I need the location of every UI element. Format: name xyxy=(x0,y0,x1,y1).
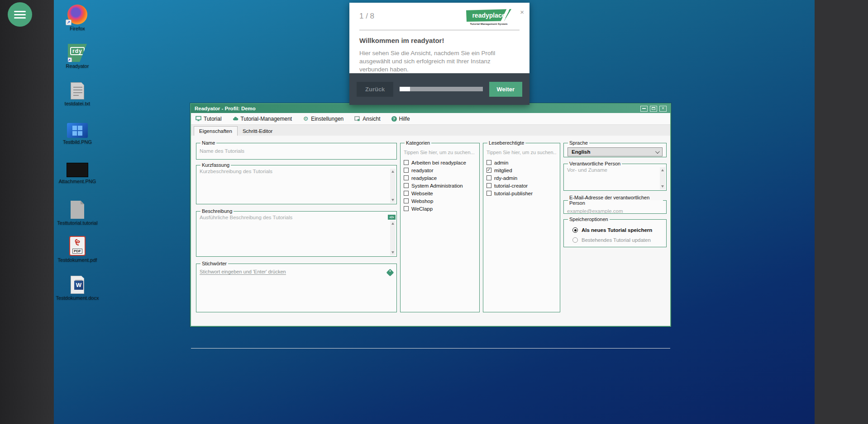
checkbox-tutorial-creator[interactable]: tutorial-creator xyxy=(486,182,557,189)
sprache-fieldset: Sprache English xyxy=(563,140,667,157)
name-input[interactable] xyxy=(200,148,393,154)
maximize-button[interactable] xyxy=(650,106,657,112)
back-button[interactable]: Zurück xyxy=(357,82,393,97)
minimize-icon xyxy=(642,108,646,109)
checkbox-readyator[interactable]: readyator xyxy=(404,167,476,174)
checkbox-admin[interactable]: admin xyxy=(486,159,557,166)
desktop-icon-testbild[interactable]: Testbild.PNG xyxy=(50,123,105,145)
checkbox[interactable] xyxy=(486,168,491,173)
popup-title: Willkommen im readyator! xyxy=(359,37,520,44)
email-fieldset: E-Mail-Adresse der verantwortlichen Pers… xyxy=(563,195,667,214)
menu-bar: Tutorial Tutorial-Management ⚙ Einstellu… xyxy=(191,113,670,125)
checkbox[interactable] xyxy=(404,175,409,180)
popup-header: 1 / 8 readyplace Tutorial Management Sys… xyxy=(359,9,520,30)
monitor-icon xyxy=(196,116,201,122)
radio-button[interactable] xyxy=(572,237,578,243)
scrollbar[interactable] xyxy=(390,169,396,203)
icon-label: Testdokument.docx xyxy=(50,295,105,301)
desktop-icon-attachment[interactable]: Attachment.PNG xyxy=(50,163,105,184)
next-button[interactable]: Weiter xyxy=(489,82,523,97)
checkbox[interactable] xyxy=(404,168,409,173)
readyator-icon: rdy ↗ xyxy=(68,44,87,62)
checkbox-rdy-admin[interactable]: rdy-admin xyxy=(486,174,557,181)
view-icon xyxy=(354,116,360,122)
checkbox-mitglied[interactable]: mitglied xyxy=(486,167,557,174)
stichwort-input[interactable]: Stichwort eingeben und 'Enter' drücken xyxy=(200,269,286,275)
screen: ↗ Firefox rdy ↗ Readyator testdatei.txt … xyxy=(0,0,868,424)
progress-fill xyxy=(400,87,410,91)
checkbox[interactable] xyxy=(486,175,491,180)
icon-label: Testtutorial.tutorial xyxy=(50,220,105,226)
radio-als-neues-tutorial-speichern[interactable]: Als neues Tutorial speichern xyxy=(572,227,663,233)
gear-icon: ⚙ xyxy=(303,116,309,122)
readyator-window: Readyator - Profil: Demo × Tutorial Tuto… xyxy=(190,103,671,327)
close-button[interactable]: × xyxy=(659,106,667,112)
speicheroptionen-fieldset: Speicheroptionen Als neues Tutorial spei… xyxy=(563,217,667,247)
menu-item-einstellungen[interactable]: ⚙ Einstellungen xyxy=(303,116,343,122)
cloud-icon xyxy=(233,116,238,122)
desktop-icon-testtutorial[interactable]: Testtutorial.tutorial xyxy=(50,201,105,226)
scrollbar[interactable] xyxy=(660,167,665,189)
checkbox-readyplace[interactable]: readyplace xyxy=(404,174,476,181)
tab-schritt-editor[interactable]: Schritt-Editor xyxy=(238,127,277,136)
checkbox-arbeiten-bei-readyplace[interactable]: Arbeiten bei readyplace xyxy=(404,159,476,166)
icon-label: Testdokument.pdf xyxy=(50,257,105,263)
radio-bestehendes-tutorial-updaten[interactable]: Bestehendes Tutorial updaten xyxy=(572,237,663,243)
checkbox-tutorial-publisher[interactable]: tutorial-publisher xyxy=(486,190,557,197)
beschreibung-textarea[interactable]: Ausführliche Beschreibung des Tutorials xyxy=(200,215,393,220)
desktop-icon-firefox[interactable]: ↗ Firefox xyxy=(50,5,105,31)
leseberechtigte-search-input[interactable] xyxy=(486,150,557,155)
tutorial-popup: 1 / 8 readyplace Tutorial Management Sys… xyxy=(349,3,529,105)
kategorien-search-input[interactable] xyxy=(404,150,476,155)
black-image-icon xyxy=(67,163,88,177)
email-input[interactable] xyxy=(567,208,663,214)
checkbox[interactable] xyxy=(404,183,409,188)
window-titlebar[interactable]: Readyator - Profil: Demo × xyxy=(191,104,670,113)
menu-item-tutorial[interactable]: Tutorial xyxy=(196,116,222,122)
icon-label: Firefox xyxy=(50,26,105,31)
properties-panel: Name Kurzfassung Kurzbeschreibung des Tu… xyxy=(191,136,670,326)
kurzfassung-textarea[interactable]: Kurzbeschreibung des Tutorials xyxy=(200,169,393,174)
hamburger-menu-button[interactable] xyxy=(8,2,32,27)
checkbox[interactable] xyxy=(404,191,409,196)
checkbox[interactable] xyxy=(404,160,409,165)
checkbox-weclapp[interactable]: WeClapp xyxy=(404,205,476,212)
checkbox[interactable] xyxy=(486,160,491,165)
icon-label: Readyator xyxy=(50,63,105,69)
desktop-icon-testdokument-docx[interactable]: W Testdokument.docx xyxy=(50,276,105,301)
menu-item-hilfe[interactable]: ? Hilfe xyxy=(391,116,410,122)
checkbox-webshop[interactable]: Webshop xyxy=(404,198,476,204)
chevron-down-icon xyxy=(655,149,660,154)
pdf-file-icon: PDF xyxy=(69,236,86,256)
text-file-icon xyxy=(71,82,84,99)
menu-item-tutorial-management[interactable]: Tutorial-Management xyxy=(233,116,292,122)
step-counter: 1 / 8 xyxy=(359,12,374,21)
minimize-button[interactable] xyxy=(640,106,648,112)
menu-item-ansicht[interactable]: Ansicht xyxy=(354,116,380,122)
checkbox[interactable] xyxy=(404,206,409,211)
html-code-icon[interactable]: </> xyxy=(388,215,396,220)
scrollbar[interactable] xyxy=(390,221,396,255)
popup-close-icon[interactable]: × xyxy=(520,8,524,16)
verantwortliche-person-textarea[interactable]: Vor- und Zuname xyxy=(567,167,663,173)
checkbox-system-administration[interactable]: System Administration xyxy=(404,182,476,189)
generic-file-icon xyxy=(71,201,84,219)
checkbox[interactable] xyxy=(486,191,491,196)
radio-button[interactable] xyxy=(572,227,578,233)
beschreibung-fieldset: Beschreibung </> Ausführliche Beschreibu… xyxy=(196,208,397,257)
status-divider xyxy=(191,348,670,349)
checkbox[interactable] xyxy=(486,183,491,188)
left-dark-strip xyxy=(0,0,54,424)
stichwoerter-fieldset: Stichwörter Stichwort eingeben und 'Ente… xyxy=(196,261,397,312)
maximize-icon xyxy=(652,107,655,110)
checkbox[interactable] xyxy=(404,198,409,203)
desktop-icon-readyator[interactable]: rdy ↗ Readyator xyxy=(50,44,105,69)
close-icon: × xyxy=(662,106,664,111)
desktop-icon-testdokument-pdf[interactable]: PDF Testdokument.pdf xyxy=(50,236,105,263)
desktop-icon-testdatei[interactable]: testdatei.txt xyxy=(50,82,105,106)
checkbox-webseite[interactable]: Webseite xyxy=(404,190,476,197)
tab-strip: Eigenschaften Schritt-Editor xyxy=(191,125,670,136)
hamburger-icon xyxy=(14,11,26,12)
tab-eigenschaften[interactable]: Eigenschaften xyxy=(194,126,238,136)
sprache-select[interactable]: English xyxy=(568,147,663,156)
